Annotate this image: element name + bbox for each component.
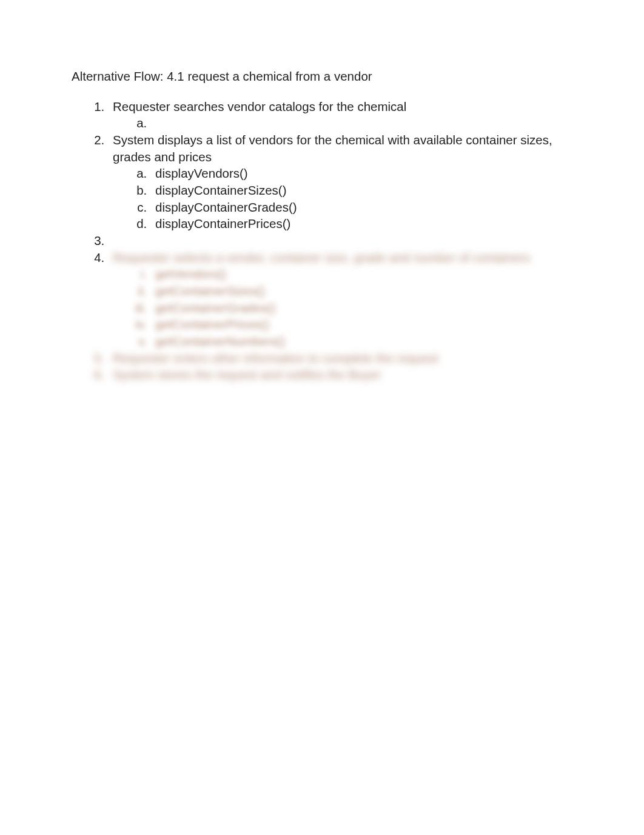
list-item-text: System stores the request and notifies t… bbox=[113, 367, 381, 381]
list-subitem-text: displayContainerPrices() bbox=[155, 216, 290, 230]
list-subitem: getContainerGrades() bbox=[150, 300, 572, 317]
list-item: Requester selects a vendor, container si… bbox=[108, 249, 572, 350]
list-subitem-text: getContainerSizes() bbox=[155, 284, 265, 298]
list-subitem bbox=[150, 115, 572, 132]
list-item-text: Requester searches vendor catalogs for t… bbox=[113, 99, 406, 113]
list-subitem-text: displayContainerGrades() bbox=[155, 200, 297, 214]
list-item bbox=[108, 232, 572, 249]
list-subitem-text: displayContainerSizes() bbox=[155, 183, 286, 197]
list-subitem-text: getContainerGrades() bbox=[155, 301, 275, 315]
list-item-blurred: Requester enters other information to co… bbox=[108, 350, 572, 367]
list-subitem-text: getContainerNumbers() bbox=[155, 334, 285, 348]
list-subitem: getContainerNumbers() bbox=[150, 333, 572, 350]
list-subitem: getContainerSizes() bbox=[150, 283, 572, 300]
list-subitem: getVendors() bbox=[150, 266, 572, 283]
list-subitem-text: getContainerPrices() bbox=[155, 317, 269, 331]
ordered-list-sub: displayVendors() displayContainerSizes()… bbox=[132, 165, 572, 232]
document-page: Alternative Flow: 4.1 request a chemical… bbox=[0, 0, 644, 835]
list-item-text: Requester enters other information to co… bbox=[113, 351, 438, 365]
list-item: System displays a list of vendors for th… bbox=[108, 132, 572, 232]
list-subitem: getContainerPrices() bbox=[150, 316, 572, 333]
list-subitem-text: getVendors() bbox=[155, 267, 226, 281]
list-subitem: displayVendors() bbox=[150, 165, 572, 182]
list-subitem: displayContainerGrades() bbox=[150, 199, 572, 216]
section-heading: Alternative Flow: 4.1 request a chemical… bbox=[72, 68, 572, 85]
list-item: Requester searches vendor catalogs for t… bbox=[108, 98, 572, 132]
ordered-list-subroman: getVendors() getContainerSizes() getCont… bbox=[132, 266, 572, 349]
ordered-list-sub bbox=[132, 115, 572, 132]
list-subitem: displayContainerPrices() bbox=[150, 215, 572, 232]
list-item-text: System displays a list of vendors for th… bbox=[113, 133, 552, 164]
list-subitem-text: displayVendors() bbox=[155, 166, 248, 180]
list-item-text-blurred: Requester selects a vendor, container si… bbox=[113, 250, 530, 264]
list-item-blurred: System stores the request and notifies t… bbox=[108, 366, 572, 383]
list-subitem: displayContainerSizes() bbox=[150, 182, 572, 199]
ordered-list-main: Requester searches vendor catalogs for t… bbox=[90, 98, 572, 383]
